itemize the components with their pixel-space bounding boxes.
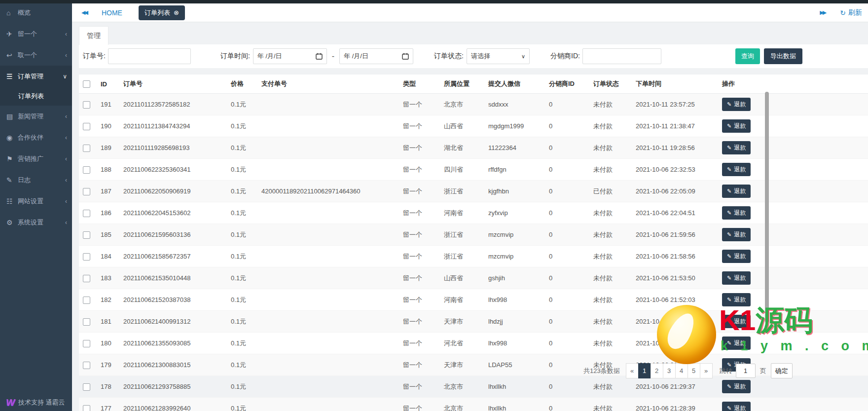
order-time-label: 订单时间: [220, 52, 250, 61]
distributor-id-input[interactable] [582, 48, 661, 64]
refund-button[interactable]: ✎退款 [722, 271, 751, 285]
top-dark-strip [0, 0, 868, 3]
news-management-icon: ▤ [6, 112, 18, 120]
order-no-input[interactable] [108, 48, 191, 64]
calendar-icon [316, 53, 323, 60]
refund-button[interactable]: ✎退款 [722, 336, 751, 350]
cell-id: 182 [97, 289, 119, 311]
refund-button[interactable]: ✎退款 [722, 163, 751, 176]
sidebar-item-logs[interactable]: ✎日志‹ [0, 169, 72, 190]
close-icon[interactable]: ⊗ [174, 9, 179, 16]
sidebar-item-marketing[interactable]: ⚑营销推广‹ [0, 148, 72, 169]
row-checkbox[interactable] [83, 318, 90, 326]
query-button[interactable]: 查询 [735, 48, 760, 64]
next-page-button[interactable]: » [700, 363, 713, 378]
select-all-checkbox[interactable] [83, 80, 90, 88]
refund-button[interactable]: ✎退款 [722, 141, 751, 154]
row-checkbox[interactable] [83, 253, 90, 261]
cell-status: 未付款 [589, 311, 632, 333]
jump-page-input[interactable] [736, 364, 756, 378]
refund-button[interactable]: ✎退款 [722, 250, 751, 263]
cell-status: 未付款 [589, 267, 632, 289]
cell-dist-id: 0 [545, 376, 589, 398]
page-button-5[interactable]: 5 [687, 363, 700, 378]
sidebar-subitem-order-list[interactable]: 订单列表 [0, 87, 72, 106]
cell-pay-no [257, 246, 399, 267]
partners-icon: ◉ [6, 134, 18, 142]
date-from-input[interactable]: 年 /月/日 [253, 48, 327, 64]
cell-order-no: 2021100621520387038 [119, 289, 227, 311]
date-to-input[interactable]: 年 /月/日 [339, 48, 413, 64]
row-checkbox[interactable] [83, 166, 90, 174]
row-checkbox[interactable] [83, 405, 90, 411]
sidebar-item-order-management[interactable]: ☰订单管理∨ [0, 66, 72, 87]
edit-icon: ✎ [727, 231, 731, 238]
table-scrollbar[interactable] [765, 92, 769, 323]
cell-id: 178 [97, 376, 119, 398]
export-data-button[interactable]: 导出数据 [764, 48, 802, 64]
cell-location: 北京市 [440, 398, 484, 411]
sidebar-item-site-settings[interactable]: ☷网站设置‹ [0, 190, 72, 212]
refund-button[interactable]: ✎退款 [722, 402, 751, 411]
sidebar-item-leave-one[interactable]: ✈留一个‹ [0, 23, 72, 44]
cell-dist-id: 0 [545, 224, 589, 246]
refund-button[interactable]: ✎退款 [722, 98, 751, 111]
sidebar-item-take-one[interactable]: ↩取一个‹ [0, 44, 72, 66]
confirm-jump-button[interactable]: 确定 [771, 363, 793, 378]
sidebar-item-partners[interactable]: ◉合作伙伴‹ [0, 127, 72, 148]
row-checkbox[interactable] [83, 188, 90, 195]
cell-price: 0.1元 [227, 311, 257, 333]
cell-type: 留一个 [399, 289, 440, 311]
site-settings-icon: ☷ [6, 197, 18, 205]
refund-button[interactable]: ✎退款 [722, 228, 751, 241]
refund-button[interactable]: ✎退款 [722, 119, 751, 133]
row-checkbox[interactable] [83, 231, 90, 239]
row-checkbox[interactable] [83, 275, 90, 282]
cell-time: 2021-10-06 21:59:56 [632, 224, 718, 246]
refund-button[interactable]: ✎退款 [722, 315, 751, 328]
row-checkbox[interactable] [83, 123, 90, 130]
tab-order-list[interactable]: 订单列表 ⊗ [139, 5, 185, 20]
refund-button[interactable]: ✎退款 [722, 293, 751, 306]
page-button-2[interactable]: 2 [651, 363, 663, 378]
table-row: 18520211006215956031360.1元留一个浙江省mzcmvip0… [79, 224, 868, 246]
refund-button[interactable]: ✎退款 [722, 206, 751, 220]
refresh-button[interactable]: ↻ 刷新 [840, 8, 862, 17]
cell-wechat: mzcmvip [484, 246, 545, 267]
cell-wechat: mgdgm1999 [484, 115, 545, 137]
prev-page-button[interactable]: « [626, 363, 639, 378]
row-checkbox[interactable] [83, 101, 90, 109]
sidebar-item-system-settings[interactable]: ⚙系统设置‹ [0, 212, 72, 233]
tab-home[interactable]: HOME [102, 9, 122, 17]
row-checkbox[interactable] [83, 383, 90, 391]
row-checkbox[interactable] [83, 340, 90, 347]
tabs-scroll-right-icon[interactable]: ▶▶ [820, 9, 825, 16]
row-checkbox[interactable] [83, 297, 90, 304]
sidebar-item-label: 概览 [18, 8, 67, 17]
cell-wechat: 11222364 [484, 137, 545, 159]
refund-button[interactable]: ✎退款 [722, 185, 751, 198]
cell-status: 未付款 [589, 94, 632, 115]
cell-dist-id: 0 [545, 94, 589, 115]
order-status-select[interactable]: 请选择 ∨ [467, 48, 530, 64]
row-checkbox[interactable] [83, 362, 90, 369]
distributor-id-label: 分销商ID: [550, 52, 580, 61]
sidebar-item-news-management[interactable]: ▤新闻管理‹ [0, 106, 72, 127]
total-count-text: 共123条数据 [583, 367, 620, 375]
order-status-value: 请选择 [471, 52, 490, 61]
row-checkbox[interactable] [83, 145, 90, 152]
header-pay-no: 支付单号 [257, 75, 399, 94]
page-button-1[interactable]: 1 [638, 363, 651, 378]
header-action: 操作 [718, 75, 868, 94]
page-button-4[interactable]: 4 [675, 363, 688, 378]
table-row: 19120211011235725851820.1元留一个北京市sddxxx0未… [79, 94, 868, 115]
refund-button[interactable]: ✎退款 [722, 380, 751, 393]
row-checkbox[interactable] [83, 210, 90, 217]
cell-pay-no [257, 224, 399, 246]
cell-dist-id: 0 [545, 354, 589, 376]
tabs-scroll-left-icon[interactable]: ◀◀ [81, 9, 87, 16]
orders-table-panel: ID 订单号 价格 支付单号 类型 所属位置 提交人微信 分销商ID 订单状态 … [79, 75, 868, 354]
sidebar-item-overview[interactable]: ⌂概览 [0, 2, 72, 23]
page-button-3[interactable]: 3 [663, 363, 676, 378]
tab-manage[interactable]: 管理 [79, 26, 108, 45]
